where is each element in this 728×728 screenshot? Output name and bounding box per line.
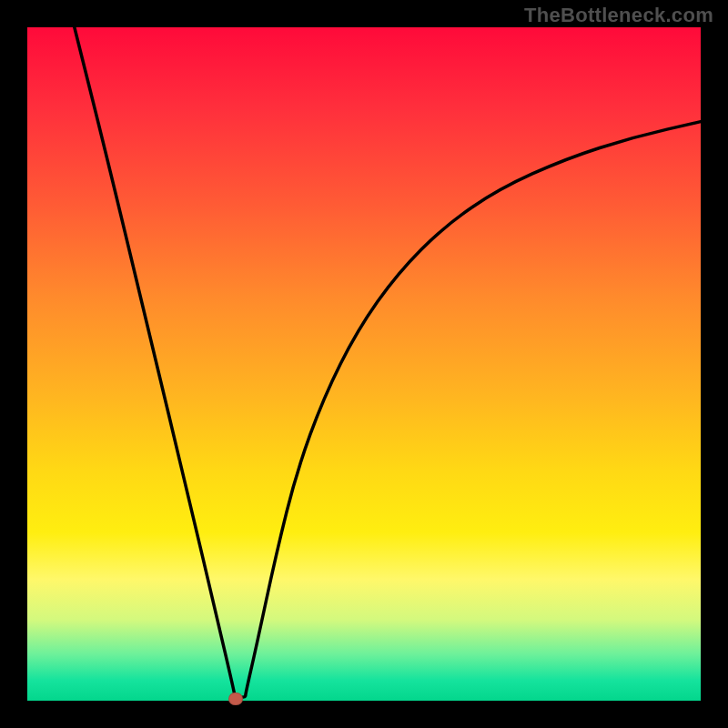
- chart-frame: TheBottleneck.com: [0, 0, 728, 728]
- watermark-text: TheBottleneck.com: [524, 4, 713, 27]
- optimal-point-marker: [228, 693, 243, 705]
- curve-path: [75, 27, 701, 697]
- plot-area: [27, 27, 701, 701]
- bottleneck-curve: [27, 27, 701, 701]
